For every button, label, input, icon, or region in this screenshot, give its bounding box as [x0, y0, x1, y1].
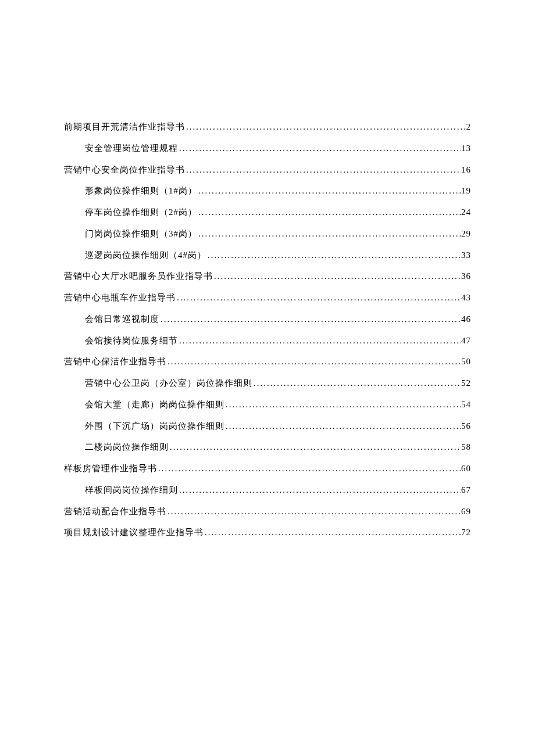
toc-leader-dots — [169, 436, 461, 458]
toc-entry: 项目规划设计建议整理作业指导书72 — [64, 522, 471, 543]
toc-entry-page: 36 — [461, 266, 471, 287]
toc-leader-dots — [166, 501, 461, 522]
toc-entry: 营销中心安全岗位作业指导书16 — [64, 159, 471, 181]
toc-entry-title: 样板房管理作业指导书 — [64, 458, 157, 479]
toc-leader-dots — [224, 394, 461, 415]
toc-entry: 巡逻岗岗位操作细则（4#岗）33 — [64, 245, 471, 266]
toc-leader-dots — [204, 522, 461, 543]
toc-entry: 会馆大堂（走廊）岗岗位操作细则54 — [64, 394, 471, 415]
toc-entry: 营销活动配合作业指导书69 — [64, 501, 471, 522]
toc-entry-page: 52 — [461, 372, 471, 394]
toc-entry-title: 会馆接待岗位服务细节 — [85, 330, 178, 352]
toc-leader-dots — [252, 372, 461, 394]
toc-entry-title: 营销活动配合作业指导书 — [64, 501, 166, 522]
toc-leader-dots — [206, 245, 461, 266]
toc-entry-page: 72 — [461, 522, 471, 543]
toc-leader-dots — [178, 330, 461, 352]
toc-entry-page: 24 — [461, 202, 471, 223]
toc-entry-page: 16 — [461, 159, 471, 181]
toc-entry-title: 营销中心电瓶车作业指导书 — [64, 287, 176, 309]
toc-entry-title: 外围（下沉广场）岗岗位操作细则 — [85, 415, 224, 437]
toc-entry-title: 营销中心保洁作业指导书 — [64, 351, 166, 372]
toc-leader-dots — [197, 202, 461, 223]
toc-leader-dots — [178, 479, 461, 501]
toc-entry-page: 46 — [461, 309, 471, 330]
toc-entry-title: 会馆大堂（走廊）岗岗位操作细则 — [85, 394, 224, 415]
toc-entry: 样板房管理作业指导书60 — [64, 458, 471, 479]
toc-entry: 营销中心大厅水吧服务员作业指导书36 — [64, 266, 471, 287]
toc-entry: 会馆日常巡视制度46 — [64, 309, 471, 330]
toc-leader-dots — [185, 116, 466, 138]
toc-entry-page: 58 — [461, 436, 471, 458]
toc-entry-page: 56 — [461, 415, 471, 437]
toc-entry-title: 停车岗位操作细则（2#岗） — [85, 202, 197, 223]
toc-entry-title: 安全管理岗位管理规程 — [85, 138, 178, 159]
toc-leader-dots — [157, 458, 461, 479]
toc-entry: 营销中心电瓶车作业指导书43 — [64, 287, 471, 309]
toc-leader-dots — [185, 159, 461, 181]
toc-leader-dots — [224, 415, 461, 437]
toc-entry-page: 2 — [466, 116, 472, 138]
toc-leader-dots — [197, 180, 461, 202]
toc-entry-title: 营销中心公卫岗（办公室）岗位操作细则 — [85, 372, 252, 394]
toc-entry: 样板间岗岗位操作细则67 — [64, 479, 471, 501]
toc-entry-title: 门岗岗位操作细则（3#岗） — [85, 223, 197, 245]
toc-entry-title: 前期项目开荒清洁作业指导书 — [64, 116, 185, 138]
toc-entry-page: 13 — [461, 138, 471, 159]
toc-entry: 二楼岗岗位操作细则58 — [64, 436, 471, 458]
toc-entry: 安全管理岗位管理规程13 — [64, 138, 471, 159]
toc-entry-title: 项目规划设计建议整理作业指导书 — [64, 522, 204, 543]
toc-entry-page: 54 — [461, 394, 471, 415]
toc-entry-page: 43 — [461, 287, 471, 309]
toc-entry-title: 二楼岗岗位操作细则 — [85, 436, 169, 458]
toc-entry: 形象岗位操作细则（1#岗）19 — [64, 180, 471, 202]
toc-entry-page: 50 — [461, 351, 471, 372]
toc-entry-page: 47 — [461, 330, 471, 352]
toc-entry-page: 19 — [461, 180, 471, 202]
toc-entry: 营销中心公卫岗（办公室）岗位操作细则52 — [64, 372, 471, 394]
toc-entry: 营销中心保洁作业指导书50 — [64, 351, 471, 372]
toc-leader-dots — [176, 287, 461, 309]
toc-entry: 门岗岗位操作细则（3#岗）29 — [64, 223, 471, 245]
toc-entry-page: 29 — [461, 223, 471, 245]
toc-entry-title: 营销中心安全岗位作业指导书 — [64, 159, 185, 181]
toc-entry-title: 巡逻岗岗位操作细则（4#岗） — [85, 245, 206, 266]
toc-leader-dots — [166, 351, 461, 372]
toc-entry: 前期项目开荒清洁作业指导书2 — [64, 116, 471, 138]
toc-entry-page: 60 — [461, 458, 471, 479]
toc-entry-title: 会馆日常巡视制度 — [85, 309, 159, 330]
toc-entry-title: 营销中心大厅水吧服务员作业指导书 — [64, 266, 213, 287]
toc-entry-page: 69 — [461, 501, 471, 522]
toc-entry: 会馆接待岗位服务细节47 — [64, 330, 471, 352]
toc-entry-title: 样板间岗岗位操作细则 — [85, 479, 178, 501]
toc-entry-title: 形象岗位操作细则（1#岗） — [85, 180, 197, 202]
toc-entry: 停车岗位操作细则（2#岗）24 — [64, 202, 471, 223]
toc-entry-page: 67 — [461, 479, 471, 501]
toc-entry: 外围（下沉广场）岗岗位操作细则56 — [64, 415, 471, 437]
toc-entry-page: 33 — [461, 245, 471, 266]
toc-leader-dots — [178, 138, 461, 159]
toc-leader-dots — [159, 309, 461, 330]
toc-leader-dots — [213, 266, 461, 287]
table-of-contents: 前期项目开荒清洁作业指导书2安全管理岗位管理规程13营销中心安全岗位作业指导书1… — [64, 116, 471, 543]
toc-leader-dots — [197, 223, 461, 245]
